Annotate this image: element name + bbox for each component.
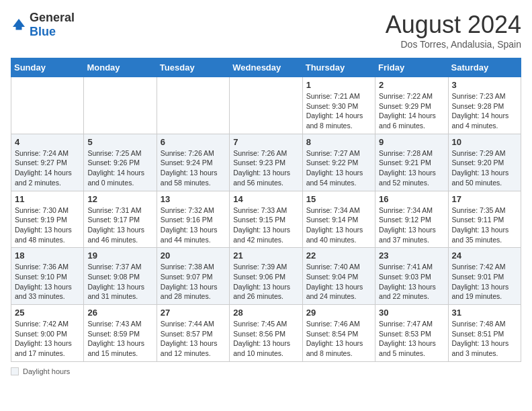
daylight-label: Daylight hours <box>23 367 70 375</box>
dow-header-cell: Tuesday <box>157 58 229 77</box>
calendar-cell <box>84 77 157 134</box>
day-info: Sunrise: 7:43 AM Sunset: 8:59 PM Dayligh… <box>87 319 152 359</box>
day-number: 28 <box>233 308 298 318</box>
logo-blue-text: Blue <box>30 25 56 38</box>
calendar-cell: 28Sunrise: 7:45 AM Sunset: 8:56 PM Dayli… <box>230 305 302 362</box>
logo: General Blue <box>11 11 75 39</box>
calendar-cell <box>157 77 229 134</box>
day-info: Sunrise: 7:26 AM Sunset: 9:24 PM Dayligh… <box>161 148 226 188</box>
calendar-cell: 14Sunrise: 7:33 AM Sunset: 9:15 PM Dayli… <box>230 191 302 248</box>
day-number: 30 <box>379 308 444 318</box>
day-info: Sunrise: 7:40 AM Sunset: 9:04 PM Dayligh… <box>306 262 371 302</box>
dow-header-cell: Sunday <box>11 58 84 77</box>
calendar-cell: 21Sunrise: 7:39 AM Sunset: 9:06 PM Dayli… <box>230 248 302 305</box>
dow-header-cell: Saturday <box>448 58 521 77</box>
day-info: Sunrise: 7:24 AM Sunset: 9:27 PM Dayligh… <box>15 148 80 188</box>
calendar-cell: 18Sunrise: 7:36 AM Sunset: 9:10 PM Dayli… <box>11 248 84 305</box>
footer-note: Daylight hours <box>11 367 521 375</box>
calendar-cell: 22Sunrise: 7:40 AM Sunset: 9:04 PM Dayli… <box>302 248 375 305</box>
calendar-cell: 3Sunrise: 7:23 AM Sunset: 9:28 PM Daylig… <box>448 77 521 134</box>
calendar-week-row: 11Sunrise: 7:30 AM Sunset: 9:19 PM Dayli… <box>11 191 521 248</box>
location-subtitle: Dos Torres, Andalusia, Spain <box>386 39 521 50</box>
day-info: Sunrise: 7:25 AM Sunset: 9:26 PM Dayligh… <box>87 148 152 188</box>
calendar-cell: 31Sunrise: 7:48 AM Sunset: 8:51 PM Dayli… <box>448 305 521 362</box>
day-number: 17 <box>452 194 517 204</box>
day-number: 11 <box>15 194 80 204</box>
day-number: 16 <box>379 194 444 204</box>
day-info: Sunrise: 7:37 AM Sunset: 9:08 PM Dayligh… <box>87 262 152 302</box>
day-info: Sunrise: 7:42 AM Sunset: 9:00 PM Dayligh… <box>15 319 80 359</box>
day-number: 13 <box>161 194 226 204</box>
day-number: 27 <box>161 308 226 318</box>
day-number: 3 <box>452 80 517 90</box>
calendar-week-row: 18Sunrise: 7:36 AM Sunset: 9:10 PM Dayli… <box>11 248 521 305</box>
calendar-cell: 16Sunrise: 7:34 AM Sunset: 9:12 PM Dayli… <box>375 191 448 248</box>
logo-general-text: General <box>30 11 75 24</box>
calendar-cell: 4Sunrise: 7:24 AM Sunset: 9:27 PM Daylig… <box>11 134 84 191</box>
calendar-cell: 20Sunrise: 7:38 AM Sunset: 9:07 PM Dayli… <box>157 248 229 305</box>
day-number: 29 <box>306 308 371 318</box>
day-info: Sunrise: 7:28 AM Sunset: 9:21 PM Dayligh… <box>379 148 444 188</box>
days-of-week-header: SundayMondayTuesdayWednesdayThursdayFrid… <box>11 58 521 77</box>
calendar-cell: 11Sunrise: 7:30 AM Sunset: 9:19 PM Dayli… <box>11 191 84 248</box>
day-info: Sunrise: 7:23 AM Sunset: 9:28 PM Dayligh… <box>452 91 517 131</box>
day-info: Sunrise: 7:46 AM Sunset: 8:54 PM Dayligh… <box>306 319 371 359</box>
calendar-cell: 2Sunrise: 7:22 AM Sunset: 9:29 PM Daylig… <box>375 77 448 134</box>
day-number: 14 <box>233 194 298 204</box>
day-number: 8 <box>306 137 371 147</box>
day-info: Sunrise: 7:38 AM Sunset: 9:07 PM Dayligh… <box>161 262 226 302</box>
calendar-cell: 12Sunrise: 7:31 AM Sunset: 9:17 PM Dayli… <box>84 191 157 248</box>
svg-rect-1 <box>16 27 22 30</box>
day-info: Sunrise: 7:34 AM Sunset: 9:14 PM Dayligh… <box>306 205 371 245</box>
calendar-cell <box>11 77 84 134</box>
calendar-cell: 8Sunrise: 7:27 AM Sunset: 9:22 PM Daylig… <box>302 134 375 191</box>
day-number: 18 <box>15 250 80 261</box>
calendar-cell: 15Sunrise: 7:34 AM Sunset: 9:14 PM Dayli… <box>302 191 375 248</box>
day-number: 9 <box>379 137 444 147</box>
calendar-week-row: 1Sunrise: 7:21 AM Sunset: 9:30 PM Daylig… <box>11 77 521 134</box>
day-number: 21 <box>233 250 298 261</box>
calendar-body: 1Sunrise: 7:21 AM Sunset: 9:30 PM Daylig… <box>11 77 521 362</box>
day-info: Sunrise: 7:36 AM Sunset: 9:10 PM Dayligh… <box>15 262 80 302</box>
calendar-cell: 19Sunrise: 7:37 AM Sunset: 9:08 PM Dayli… <box>84 248 157 305</box>
calendar-cell <box>230 77 302 134</box>
day-number: 23 <box>379 250 444 261</box>
calendar-cell: 27Sunrise: 7:44 AM Sunset: 8:57 PM Dayli… <box>157 305 229 362</box>
calendar-cell: 5Sunrise: 7:25 AM Sunset: 9:26 PM Daylig… <box>84 134 157 191</box>
day-info: Sunrise: 7:35 AM Sunset: 9:11 PM Dayligh… <box>452 205 517 245</box>
day-info: Sunrise: 7:39 AM Sunset: 9:06 PM Dayligh… <box>233 262 298 302</box>
day-number: 6 <box>161 137 226 147</box>
day-info: Sunrise: 7:45 AM Sunset: 8:56 PM Dayligh… <box>233 319 298 359</box>
day-number: 22 <box>306 250 371 261</box>
day-info: Sunrise: 7:41 AM Sunset: 9:03 PM Dayligh… <box>379 262 444 302</box>
day-info: Sunrise: 7:21 AM Sunset: 9:30 PM Dayligh… <box>306 91 371 131</box>
day-info: Sunrise: 7:22 AM Sunset: 9:29 PM Dayligh… <box>379 91 444 131</box>
day-number: 26 <box>87 308 152 318</box>
calendar-week-row: 4Sunrise: 7:24 AM Sunset: 9:27 PM Daylig… <box>11 134 521 191</box>
calendar-cell: 6Sunrise: 7:26 AM Sunset: 9:24 PM Daylig… <box>157 134 229 191</box>
day-info: Sunrise: 7:27 AM Sunset: 9:22 PM Dayligh… <box>306 148 371 188</box>
calendar-cell: 9Sunrise: 7:28 AM Sunset: 9:21 PM Daylig… <box>375 134 448 191</box>
day-number: 24 <box>452 250 517 261</box>
day-number: 25 <box>15 308 80 318</box>
calendar-cell: 7Sunrise: 7:26 AM Sunset: 9:23 PM Daylig… <box>230 134 302 191</box>
calendar-cell: 23Sunrise: 7:41 AM Sunset: 9:03 PM Dayli… <box>375 248 448 305</box>
title-area: August 2024 Dos Torres, Andalusia, Spain <box>386 11 521 50</box>
daylight-swatch <box>11 367 19 375</box>
day-number: 4 <box>15 137 80 147</box>
calendar-cell: 24Sunrise: 7:42 AM Sunset: 9:01 PM Dayli… <box>448 248 521 305</box>
generalblue-logo-icon <box>11 17 27 33</box>
calendar-cell: 29Sunrise: 7:46 AM Sunset: 8:54 PM Dayli… <box>302 305 375 362</box>
day-info: Sunrise: 7:33 AM Sunset: 9:15 PM Dayligh… <box>233 205 298 245</box>
day-info: Sunrise: 7:32 AM Sunset: 9:16 PM Dayligh… <box>161 205 226 245</box>
dow-header-cell: Monday <box>84 58 157 77</box>
day-number: 1 <box>306 80 371 90</box>
day-number: 31 <box>452 308 517 318</box>
month-year-title: August 2024 <box>386 11 521 39</box>
day-info: Sunrise: 7:44 AM Sunset: 8:57 PM Dayligh… <box>161 319 226 359</box>
day-info: Sunrise: 7:30 AM Sunset: 9:19 PM Dayligh… <box>15 205 80 245</box>
day-number: 19 <box>87 250 152 261</box>
day-number: 7 <box>233 137 298 147</box>
day-info: Sunrise: 7:48 AM Sunset: 8:51 PM Dayligh… <box>452 319 517 359</box>
day-info: Sunrise: 7:34 AM Sunset: 9:12 PM Dayligh… <box>379 205 444 245</box>
